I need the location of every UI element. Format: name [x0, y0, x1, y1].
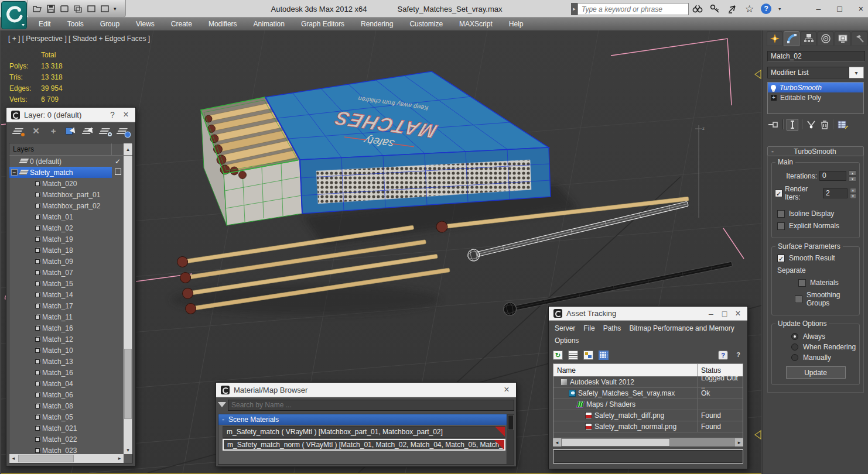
isoline-display-checkbox[interactable]	[777, 210, 785, 218]
expand-toggle[interactable]	[26, 258, 33, 265]
layer-row[interactable]: Match_18	[9, 245, 124, 256]
layer-dialog-titlebar[interactable]: Layer: 0 (default) ? ×	[6, 108, 135, 122]
filter-funnel-icon[interactable]	[218, 402, 226, 411]
context-help-icon[interactable]: ?	[733, 351, 743, 360]
add-to-layer-icon[interactable]: +	[46, 126, 60, 136]
hide-unhide-layers-icon[interactable]	[98, 126, 112, 136]
hierarchy-view-icon[interactable]	[583, 351, 593, 360]
close-button[interactable]: ×	[859, 4, 863, 13]
collapse-icon[interactable]: -	[771, 147, 774, 156]
layer-vertical-scrollbar[interactable]: ▾	[124, 156, 132, 454]
layer-row[interactable]: Match_020	[9, 178, 124, 189]
menu-item[interactable]: Help	[501, 18, 532, 30]
update-option-radio[interactable]: When Rendering	[791, 343, 856, 351]
expand-toggle[interactable]	[26, 291, 33, 298]
minimize-icon[interactable]: –	[706, 309, 716, 318]
minimize-button[interactable]: –	[816, 4, 821, 13]
configure-modifier-sets-icon[interactable]	[837, 119, 849, 130]
layer-row[interactable]: Match_15	[9, 278, 124, 289]
communication-center-icon[interactable]	[727, 4, 738, 13]
collapse-icon[interactable]: -	[222, 415, 224, 424]
expand-toggle[interactable]	[26, 325, 33, 331]
rollout-header[interactable]: - TurboSmooth	[767, 146, 864, 156]
Autodesk Vault 2012[interactable]: Autodesk Vault 2012 Logged Out ..	[553, 376, 743, 387]
modifier-icon[interactable]	[771, 85, 776, 90]
radio-icon[interactable]	[791, 333, 798, 340]
maximize-icon[interactable]: □	[720, 309, 729, 318]
Safety_Matches_Set_vray.max[interactable]: Safety_Matches_Set_vray.max Ok	[553, 387, 743, 399]
layer-row[interactable]: Match_05	[9, 411, 124, 423]
menu-item[interactable]: Tools	[59, 18, 92, 30]
modifier-list-dropdown[interactable]: Modifier List ▾	[767, 67, 864, 78]
radio-icon[interactable]	[791, 354, 798, 361]
layer-row[interactable]: − Safety_match	[9, 167, 124, 178]
Safety_match_diff.png[interactable]: Safety_match_diff.png Found	[553, 410, 743, 421]
Safety_match_normal.png[interactable]: Safety_match_normal.png Found	[553, 421, 743, 432]
expand-toggle[interactable]	[26, 403, 33, 409]
layer-row[interactable]: Match_19	[9, 233, 124, 245]
menu-item[interactable]: MAXScript	[451, 18, 501, 30]
delete-layer-icon[interactable]: ✕	[29, 126, 43, 136]
chevron-down-icon[interactable]: ▾	[849, 67, 864, 78]
material-item[interactable]: m_Safety_match_norm ( VRayMtl ) [Match_0…	[223, 439, 505, 451]
favorites-star-icon[interactable]: ☆	[745, 3, 754, 15]
menu-item[interactable]: Group	[92, 18, 128, 30]
layer-row[interactable]: Match_01	[9, 211, 124, 222]
layer-row[interactable]: Match_021	[9, 423, 124, 434]
menu-item[interactable]: Animation	[245, 18, 293, 30]
expand-toggle[interactable]	[26, 269, 33, 276]
help-icon[interactable]: ?	[108, 110, 117, 119]
expand-toggle[interactable]	[26, 180, 33, 187]
material-browser-titlebar[interactable]: Material/Map Browser ×	[216, 383, 516, 397]
layer-row[interactable]: Match_022	[9, 434, 124, 445]
layer-row[interactable]: 0 (default) ✓	[9, 156, 124, 167]
menu-item[interactable]: Modifiers	[200, 18, 245, 30]
render-iters-field[interactable]: 2	[823, 188, 848, 198]
material-vertical-scrollbar[interactable]	[507, 414, 514, 464]
menu-item[interactable]: Rendering	[353, 18, 401, 30]
freeze-layers-icon[interactable]	[116, 126, 130, 136]
close-icon[interactable]: ×	[121, 109, 131, 120]
object-name-field[interactable]	[767, 51, 865, 61]
close-icon[interactable]: ×	[733, 308, 743, 319]
smooth-result-checkbox[interactable]: ✓	[777, 255, 785, 262]
menu-item[interactable]: Create	[163, 18, 200, 30]
maximize-button[interactable]: □	[837, 4, 842, 13]
name-column-header[interactable]: Name	[553, 366, 697, 375]
keyword-search-input[interactable]	[577, 3, 689, 15]
layer-row[interactable]: Match_04	[9, 378, 124, 389]
table-view-icon[interactable]	[599, 351, 609, 360]
update-option-radio[interactable]: Always	[791, 332, 856, 341]
search-go-icon[interactable]: ▸	[571, 3, 577, 15]
expand-toggle[interactable]	[26, 236, 33, 242]
expand-toggle[interactable]: −	[11, 169, 18, 176]
application-menu-button[interactable]	[1, 1, 27, 29]
highlight-selected-layer-icon[interactable]	[81, 126, 95, 136]
Maps / Shaders[interactable]: Maps / Shaders	[553, 399, 743, 410]
layer-row[interactable]: Match_07	[9, 267, 124, 278]
new-window-icon[interactable]	[87, 5, 96, 13]
expand-toggle[interactable]	[26, 247, 33, 253]
layer-row[interactable]: Match_17	[9, 300, 124, 311]
menu-item[interactable]: File	[583, 323, 594, 334]
expand-toggle[interactable]	[26, 202, 33, 209]
redo-icon[interactable]	[73, 5, 83, 13]
layer-row[interactable]: Match_14	[9, 289, 124, 300]
menu-item[interactable]: Server	[555, 323, 575, 334]
radio-icon[interactable]	[791, 344, 798, 351]
search-binoculars-icon[interactable]	[692, 4, 703, 13]
expand-toggle[interactable]	[26, 280, 33, 287]
qat-dropdown-icon[interactable]: ▾	[114, 6, 117, 12]
expand-toggle[interactable]	[26, 336, 33, 342]
layer-row[interactable]: Matchbox_part_01	[9, 189, 124, 200]
tab-utilities[interactable]	[852, 31, 867, 46]
make-unique-icon[interactable]	[806, 119, 816, 130]
refresh-icon[interactable]: ↻	[553, 351, 563, 360]
menu-item[interactable]: Options	[555, 335, 579, 346]
menu-item[interactable]: Paths	[603, 323, 621, 334]
list-view-icon[interactable]	[568, 351, 578, 360]
expand-toggle[interactable]	[26, 314, 33, 320]
expand-toggle[interactable]	[26, 447, 33, 454]
expand-toggle[interactable]	[11, 158, 18, 164]
layer-row-mark[interactable]	[112, 169, 124, 177]
